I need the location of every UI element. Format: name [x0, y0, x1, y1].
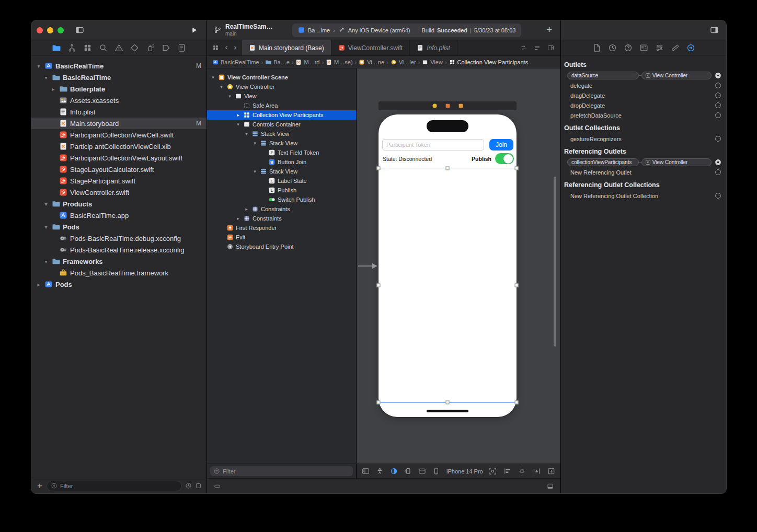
align-icon[interactable]: [503, 467, 511, 475]
editor-tab[interactable]: Main.storyboard (Base): [242, 40, 331, 55]
accessibility-icon[interactable]: [376, 467, 384, 475]
forward-icon[interactable]: ›: [234, 44, 237, 52]
toggle-inspector-icon[interactable]: [710, 26, 719, 34]
selection-handle[interactable]: [377, 401, 381, 404]
file-row[interactable]: ParticipantCollectionViewLayout.swift: [31, 152, 207, 164]
chevron-down-icon[interactable]: ▾: [43, 224, 49, 230]
file-row[interactable]: ▾BasicRealTimeM: [31, 60, 207, 72]
outline-row[interactable]: ▾Stack View: [207, 167, 356, 176]
toggle-navigator-icon[interactable]: [75, 26, 84, 34]
connection-well-empty[interactable]: [715, 83, 721, 88]
selection-handle[interactable]: [377, 167, 381, 170]
add-file-button[interactable]: +: [36, 481, 43, 490]
source-control-navigator-tab[interactable]: [67, 43, 76, 52]
outline-row[interactable]: ▾View Controller Scene: [207, 73, 356, 82]
file-row[interactable]: Info.plist: [31, 106, 207, 118]
join-button[interactable]: Join: [489, 139, 513, 151]
chevron-down-icon[interactable]: ▾: [252, 169, 258, 174]
connections-inspector-tab[interactable]: [686, 43, 695, 52]
jumpbar-item[interactable]: Ba…e: [265, 59, 290, 65]
add-editor-icon[interactable]: [547, 44, 554, 51]
jumpbar-item[interactable]: Collection View Participants: [449, 59, 529, 65]
selection-handle[interactable]: [515, 167, 519, 170]
device-name[interactable]: iPhone 14 Pro: [446, 468, 483, 475]
toolbar-plus-button[interactable]: +: [541, 25, 560, 36]
chevron-right-icon[interactable]: ▸: [50, 86, 56, 92]
connection-well-empty[interactable]: [715, 102, 721, 108]
file-row[interactable]: ▸Pods: [31, 279, 207, 290]
outlet-name-capsule[interactable]: collectionViewParticipants: [567, 158, 639, 166]
quick-help-inspector-tab[interactable]: [624, 43, 633, 52]
outline-row[interactable]: ▾View: [207, 91, 356, 101]
connection-well-empty[interactable]: [715, 169, 721, 175]
outline-row[interactable]: Exit: [207, 233, 356, 242]
disconnect-icon[interactable]: ×: [646, 160, 650, 165]
outline-row[interactable]: Safe Area: [207, 101, 356, 110]
device-icon[interactable]: [432, 467, 440, 475]
activity-status[interactable]: Ba…ime › Any iOS Device (arm64) Build Su…: [292, 24, 521, 37]
outline-row[interactable]: Switch Publish: [207, 195, 356, 204]
jumpbar-item[interactable]: Vi…ler: [391, 59, 416, 65]
outline-row[interactable]: ▸Constraints: [207, 204, 356, 214]
file-row[interactable]: ▾Products: [31, 198, 207, 210]
file-row[interactable]: Assets.xcassets: [31, 95, 207, 106]
outline-row[interactable]: First Responder: [207, 223, 356, 233]
collection-view-selection[interactable]: [378, 168, 517, 403]
disconnect-icon[interactable]: ×: [646, 73, 650, 78]
publish-switch[interactable]: [495, 153, 514, 164]
storyboard-canvas[interactable]: Join State: Disconnected Publish: [357, 68, 560, 464]
adjust-editor-icon[interactable]: [418, 467, 426, 475]
chevron-down-icon[interactable]: ▾: [219, 84, 224, 89]
outline-row[interactable]: ▾Stack View: [207, 129, 356, 138]
jumpbar-item[interactable]: View: [422, 59, 443, 65]
orientation-icon[interactable]: [404, 467, 412, 475]
file-row[interactable]: ▾Frameworks: [31, 256, 207, 267]
outlet-name-capsule[interactable]: dataSource: [567, 72, 639, 79]
file-row[interactable]: Particip antCollectionViewCell.xib: [31, 141, 207, 152]
editor-only-mode-icon[interactable]: [214, 483, 221, 490]
zoom-to-fit-icon[interactable]: [489, 467, 497, 475]
test-navigator-tab[interactable]: [130, 43, 139, 52]
file-row[interactable]: ParticipantCollectionViewCell.swift: [31, 129, 207, 141]
file-row[interactable]: ViewController.swift: [31, 187, 207, 198]
outline-row[interactable]: LPublish: [207, 186, 356, 195]
outline-row[interactable]: ▾Controls Container: [207, 120, 356, 129]
outline-row[interactable]: LLabel State: [207, 176, 356, 186]
code-review-icon[interactable]: [520, 44, 527, 51]
scheme-block[interactable]: RealTimeSam… main: [207, 24, 273, 37]
outline-row[interactable]: BButton Join: [207, 157, 356, 167]
history-inspector-tab[interactable]: [608, 43, 617, 52]
chevron-right-icon[interactable]: ▸: [244, 206, 249, 212]
file-row[interactable]: BasicRealTime.app: [31, 210, 207, 221]
chevron-down-icon[interactable]: ▾: [235, 122, 241, 127]
navigator-filter-field[interactable]: Filter: [47, 481, 182, 491]
editor-tab[interactable]: ViewController.swift: [331, 40, 410, 55]
jumpbar-item[interactable]: Vi…ne: [359, 59, 384, 65]
file-row[interactable]: ▾BasicRealTime: [31, 72, 207, 83]
file-row[interactable]: StageLayoutCalculator.swift: [31, 164, 207, 175]
chevron-down-icon[interactable]: ▾: [43, 75, 49, 80]
dock-firstresponder-icon[interactable]: [445, 103, 451, 109]
scope-filter-icon[interactable]: [195, 482, 202, 489]
connection-well-filled[interactable]: [715, 73, 721, 78]
chevron-right-icon[interactable]: ▸: [235, 112, 241, 118]
identity-inspector-tab[interactable]: [639, 43, 648, 52]
size-inspector-tab[interactable]: [671, 43, 680, 52]
toggle-debug-area-icon[interactable]: [547, 483, 554, 490]
dock-viewcontroller-icon[interactable]: [432, 103, 438, 109]
chevron-right-icon[interactable]: ▸: [36, 282, 42, 287]
attributes-inspector-tab[interactable]: [655, 43, 664, 52]
recent-files-icon[interactable]: [185, 482, 192, 489]
outline-toggle-icon[interactable]: [362, 467, 370, 475]
find-navigator-tab[interactable]: [99, 43, 108, 52]
adjust-editor-options-icon[interactable]: [534, 44, 541, 51]
run-button[interactable]: [190, 26, 198, 34]
appearance-icon[interactable]: [390, 467, 398, 475]
resolve-layout-icon[interactable]: [533, 467, 541, 475]
connection-well-empty[interactable]: [715, 136, 721, 142]
chevron-down-icon[interactable]: ▾: [252, 141, 258, 146]
outline-filter-field[interactable]: Filter: [210, 466, 353, 476]
selection-handle[interactable]: [515, 401, 519, 404]
chevron-right-icon[interactable]: ▸: [235, 216, 241, 221]
file-row[interactable]: StageParticipant.swift: [31, 175, 207, 187]
